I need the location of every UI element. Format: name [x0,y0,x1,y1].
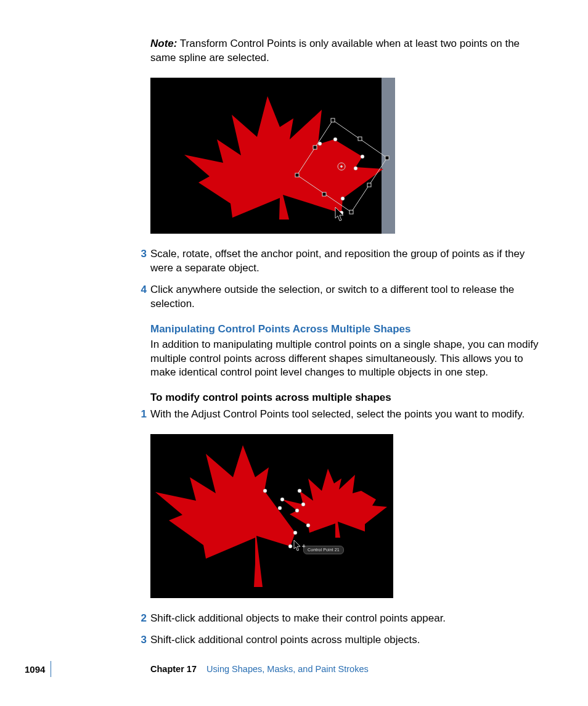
svg-point-13 [361,155,364,158]
svg-rect-1 [331,118,335,122]
svg-point-17 [263,489,267,493]
task-heading: To modify control points across multiple… [150,391,544,405]
svg-rect-5 [358,137,362,141]
step-number: 1 [134,408,147,422]
note-text: Transform Control Points is only availab… [150,38,520,64]
svg-point-12 [333,138,337,141]
svg-rect-4 [295,173,299,177]
svg-point-18 [278,506,282,510]
note-paragraph: Note: Transform Control Points is only a… [150,37,544,65]
step-text: Scale, rotate, offset the anchor point, … [150,248,525,274]
svg-point-23 [280,498,284,501]
step-text: Click anywhere outside the selection, or… [150,284,514,310]
step-number: 3 [134,247,147,261]
figure-2-svg [150,434,393,598]
page-number: 1094 [25,663,45,676]
figure-1-svg [150,78,395,234]
chapter-title: Using Shapes, Masks, and Paint Strokes [206,664,369,674]
task-step-2: 2 Shift-click additional objects to make… [150,612,544,626]
step-number: 2 [134,612,147,626]
step-number: 4 [134,283,147,297]
task-step-1: 1 With the Adjust Control Points tool se… [150,408,544,422]
small-red-shape-icon [282,469,387,538]
svg-point-10 [341,165,343,167]
svg-point-14 [354,166,357,170]
step-text: With the Adjust Control Points tool sele… [150,408,525,420]
step-number: 3 [134,633,147,647]
note-label: Note: [150,38,177,49]
figure-1 [150,78,395,234]
svg-point-20 [288,544,292,548]
svg-point-19 [293,531,297,535]
svg-point-22 [295,509,299,512]
control-point-tooltip: Control Point 21 [303,546,344,554]
svg-point-24 [301,503,305,506]
content-column: Note: Transform Control Points is only a… [150,37,544,655]
page: Note: Transform Control Points is only a… [0,0,588,706]
svg-point-15 [341,197,345,200]
figure-2: Control Point 21 [150,434,393,598]
section-body: In addition to manipulating multiple con… [150,338,544,380]
figure-2-wrap: Control Point 21 [150,434,544,598]
red-shape-icon [184,96,383,220]
figure-1-wrap [150,78,544,234]
svg-point-11 [318,142,322,146]
svg-rect-8 [313,146,317,149]
svg-rect-3 [349,210,353,214]
section-heading: Manipulating Control Points Across Multi… [150,322,544,337]
svg-rect-7 [322,192,326,196]
step-text: Shift-click additional control points ac… [150,634,420,646]
svg-rect-2 [385,156,389,160]
step-text: Shift-click additional objects to make t… [150,612,446,624]
svg-point-21 [306,523,310,527]
task-step-3: 3 Shift-click additional control points … [150,633,544,647]
footer-center: Chapter 17 Using Shapes, Masks, and Pain… [150,663,369,676]
svg-rect-6 [367,183,371,187]
chapter-label: Chapter 17 [150,664,197,674]
big-red-shape-icon [155,445,295,587]
step-a3: 3 Scale, rotate, offset the anchor point… [150,247,544,276]
step-a4: 4 Click anywhere outside the selection, … [150,283,544,311]
svg-point-25 [298,489,301,493]
page-footer: 1094 Chapter 17 Using Shapes, Masks, and… [0,663,588,676]
footer-rule [51,661,51,677]
